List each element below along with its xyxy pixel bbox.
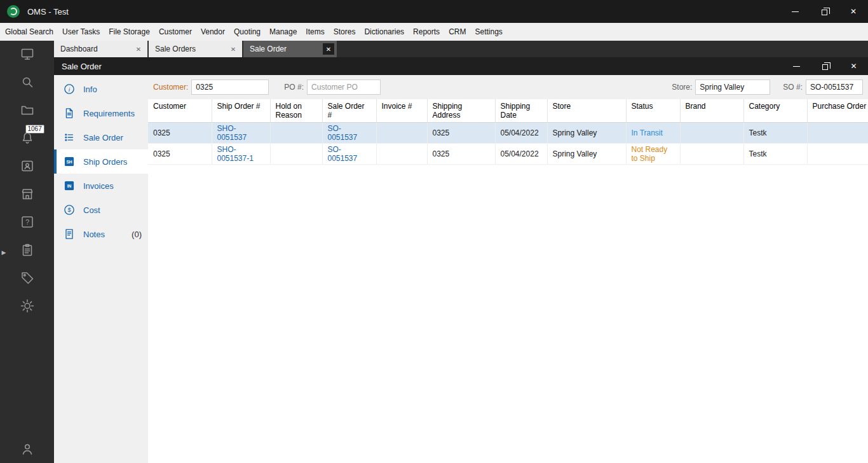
panel-expander-arrow-icon[interactable]: ▶ bbox=[1, 247, 7, 258]
cell-invoice[interactable] bbox=[376, 123, 427, 144]
tag-icon[interactable] bbox=[20, 270, 35, 286]
menu-manage[interactable]: Manage bbox=[265, 23, 301, 41]
menu-items[interactable]: Items bbox=[301, 23, 329, 41]
table-row[interactable]: 0325 SHO-0051537 SO-0051537 0325 05/04/2… bbox=[148, 123, 868, 144]
col-brand[interactable]: Brand bbox=[680, 99, 743, 123]
cell-sale-order[interactable]: SO-0051537 bbox=[322, 144, 376, 165]
cell-sale-order[interactable]: SO-0051537 bbox=[322, 123, 376, 144]
nav-item-label: Cost bbox=[83, 205, 100, 215]
cell-store[interactable]: Spring Valley bbox=[547, 144, 626, 165]
tab-label: Sale Orders bbox=[155, 45, 196, 53]
cell-status[interactable]: In Transit bbox=[626, 123, 680, 144]
menu-dictionaries[interactable]: Dictionaries bbox=[360, 23, 409, 41]
cell-ship-order[interactable]: SHO-0051537 bbox=[212, 123, 270, 144]
col-ship-order[interactable]: Ship Order # bbox=[212, 99, 270, 123]
tasks-clipboard-icon[interactable] bbox=[20, 242, 35, 258]
so-input[interactable] bbox=[806, 79, 863, 95]
notifications-icon[interactable]: 1067 bbox=[20, 130, 35, 146]
cell-ship-order[interactable]: SHO-0051537-1 bbox=[212, 144, 270, 165]
store-icon[interactable] bbox=[20, 186, 35, 202]
search-icon[interactable] bbox=[20, 74, 35, 90]
cell-customer[interactable]: 0325 bbox=[148, 123, 212, 144]
menu-user-tasks[interactable]: User Tasks bbox=[58, 23, 104, 41]
cell-purchase-order[interactable] bbox=[807, 144, 868, 165]
menu-crm[interactable]: CRM bbox=[444, 23, 470, 41]
window-controls: ✕ bbox=[782, 57, 868, 75]
sale-order-window-titlebar: Sale Order ✕ bbox=[54, 57, 868, 75]
nav-item-label: Info bbox=[83, 85, 97, 94]
app-titlebar: OMS - Test ✕ bbox=[0, 0, 868, 23]
cell-brand[interactable] bbox=[680, 144, 743, 165]
col-customer[interactable]: Customer bbox=[148, 99, 212, 123]
store-input[interactable] bbox=[695, 79, 770, 95]
dashboard-icon[interactable] bbox=[20, 46, 35, 62]
cell-category[interactable]: Testk bbox=[743, 144, 807, 165]
help-icon[interactable]: ? bbox=[20, 214, 35, 230]
col-shipping-address[interactable]: Shipping Address bbox=[427, 99, 495, 123]
tab-sale-order[interactable]: Sale Order ✕ bbox=[243, 41, 337, 57]
menu-stores[interactable]: Stores bbox=[329, 23, 360, 41]
col-category[interactable]: Category bbox=[743, 99, 807, 123]
menu-file-storage[interactable]: File Storage bbox=[104, 23, 154, 41]
contacts-icon[interactable] bbox=[20, 158, 35, 174]
cell-status[interactable]: Not Ready to Ship bbox=[626, 144, 680, 165]
menu-customer[interactable]: Customer bbox=[154, 23, 196, 41]
status-badge: Not Ready to Ship bbox=[632, 145, 668, 163]
nav-item-ship-orders[interactable]: SH Ship Orders bbox=[54, 149, 148, 174]
ship-order-link[interactable]: SHO-0051537-1 bbox=[217, 145, 254, 163]
cell-category[interactable]: Testk bbox=[743, 123, 807, 144]
cell-hold-on-reason[interactable] bbox=[270, 144, 322, 165]
close-button[interactable]: ✕ bbox=[839, 57, 868, 75]
ship-order-link[interactable]: SHO-0051537 bbox=[217, 124, 247, 142]
menu-vendor[interactable]: Vendor bbox=[196, 23, 229, 41]
cell-shipping-address[interactable]: 0325 bbox=[427, 144, 495, 165]
menu-quoting[interactable]: Quoting bbox=[229, 23, 265, 41]
cell-shipping-date[interactable]: 05/04/2022 bbox=[495, 144, 547, 165]
nav-item-invoices[interactable]: IN Invoices bbox=[54, 174, 148, 198]
gear-icon[interactable] bbox=[20, 298, 35, 314]
cell-shipping-date[interactable]: 05/04/2022 bbox=[495, 123, 547, 144]
col-purchase-order[interactable]: Purchase Order # bbox=[807, 99, 868, 123]
tab-close-icon[interactable]: ✕ bbox=[323, 43, 334, 55]
col-shipping-date[interactable]: Shipping Date bbox=[495, 99, 547, 123]
cell-store[interactable]: Spring Valley bbox=[547, 123, 626, 144]
nav-item-sale-order[interactable]: Sale Order bbox=[54, 125, 148, 149]
close-button[interactable]: ✕ bbox=[839, 0, 868, 23]
col-sale-order[interactable]: Sale Order # bbox=[322, 99, 376, 123]
tab-close-icon[interactable]: ✕ bbox=[228, 44, 238, 54]
cell-customer[interactable]: 0325 bbox=[148, 144, 212, 165]
tab-dashboard[interactable]: Dashboard ✕ bbox=[54, 41, 147, 57]
tab-close-icon[interactable]: ✕ bbox=[133, 44, 144, 54]
col-status[interactable]: Status bbox=[626, 99, 680, 123]
so-label: SO #: bbox=[783, 83, 803, 92]
menu-settings[interactable]: Settings bbox=[470, 23, 506, 41]
nav-item-cost[interactable]: $ Cost bbox=[54, 198, 148, 222]
table-row[interactable]: 0325 SHO-0051537-1 SO-0051537 0325 05/04… bbox=[148, 144, 868, 165]
col-hold-on-reason[interactable]: Hold on Reason bbox=[270, 99, 322, 123]
cell-shipping-address[interactable]: 0325 bbox=[427, 123, 495, 144]
po-input[interactable] bbox=[307, 79, 381, 95]
minimize-button[interactable] bbox=[780, 0, 810, 23]
sale-order-link[interactable]: SO-0051537 bbox=[328, 145, 358, 163]
restore-button[interactable] bbox=[811, 57, 839, 75]
menu-global-search[interactable]: Global Search bbox=[1, 23, 58, 41]
cell-hold-on-reason[interactable] bbox=[270, 123, 322, 144]
minimize-button[interactable] bbox=[782, 57, 811, 75]
nav-item-requirements[interactable]: Requirements bbox=[54, 101, 148, 125]
nav-item-notes[interactable]: Notes (0) bbox=[54, 222, 148, 246]
cell-brand[interactable] bbox=[680, 123, 743, 144]
restore-button[interactable] bbox=[810, 0, 839, 23]
cell-purchase-order[interactable] bbox=[807, 123, 868, 144]
minimize-icon bbox=[793, 66, 800, 67]
folder-icon[interactable] bbox=[20, 102, 35, 118]
nav-item-info[interactable]: i Info bbox=[54, 77, 148, 101]
cell-invoice[interactable] bbox=[376, 144, 427, 165]
tab-sale-orders[interactable]: Sale Orders ✕ bbox=[149, 41, 242, 57]
user-icon[interactable] bbox=[20, 441, 35, 457]
menu-reports[interactable]: Reports bbox=[409, 23, 444, 41]
col-store[interactable]: Store bbox=[547, 99, 626, 123]
col-invoice[interactable]: Invoice # bbox=[376, 99, 427, 123]
sale-order-link[interactable]: SO-0051537 bbox=[328, 124, 358, 142]
customer-input[interactable] bbox=[191, 79, 269, 95]
status-badge: In Transit bbox=[632, 128, 663, 137]
